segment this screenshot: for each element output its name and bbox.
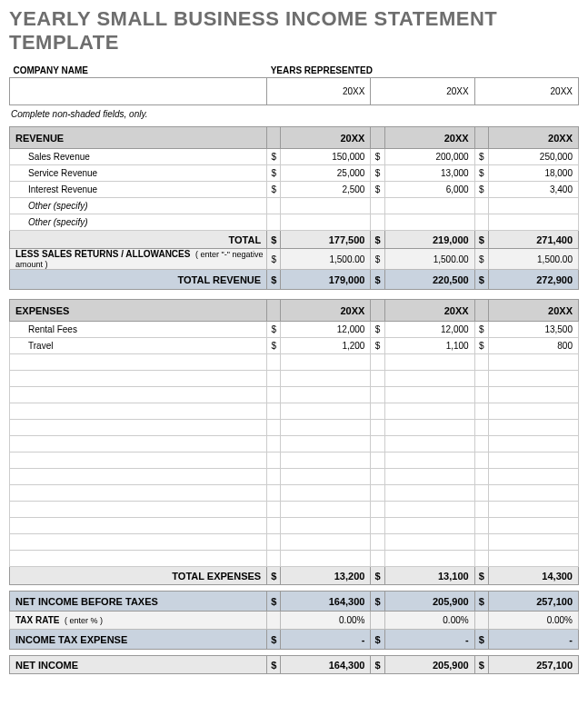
table-row[interactable] <box>10 518 579 534</box>
instruction-note: Complete non-shaded fields, only. <box>9 105 579 126</box>
net-before-taxes-row: NET INCOME BEFORE TAXES $164,300 $205,90… <box>10 592 579 612</box>
expenses-header: EXPENSES 20XX 20XX 20XX <box>10 300 579 322</box>
net-income-row: NET INCOME $164,300 $205,900 $257,100 <box>10 656 579 674</box>
net-income-table: NET INCOME $164,300 $205,900 $257,100 <box>9 655 579 674</box>
table-row[interactable]: Service Revenue$25,000$13,000$18,000 <box>10 165 579 182</box>
year1-input[interactable]: 20XX <box>267 78 371 105</box>
table-row[interactable] <box>10 469 579 485</box>
table-row[interactable] <box>10 436 579 453</box>
company-name-input[interactable] <box>10 78 267 105</box>
revenue-header: REVENUE 20XX 20XX 20XX <box>10 127 579 149</box>
less-returns-row[interactable]: LESS SALES RETURNS / ALLOWANCES ( enter … <box>10 249 579 270</box>
table-row[interactable] <box>10 354 579 371</box>
table-row[interactable]: Sales Revenue$150,000$200,000$250,000 <box>10 149 579 165</box>
company-name-label: COMPANY NAME <box>10 64 267 78</box>
header-table: COMPANY NAME YEARS REPRESENTED 20XX 20XX… <box>9 64 579 105</box>
total-revenue-row: TOTAL REVENUE $179,000 $220,500 $272,900 <box>10 270 579 290</box>
table-row[interactable]: Other (specify) <box>10 214 579 231</box>
year2-input[interactable]: 20XX <box>371 78 474 105</box>
revenue-table: REVENUE 20XX 20XX 20XX Sales Revenue$150… <box>9 126 579 290</box>
table-row[interactable]: Interest Revenue$2,500$6,000$3,400 <box>10 182 579 198</box>
table-row[interactable] <box>10 403 579 420</box>
year3-input[interactable]: 20XX <box>474 78 578 105</box>
table-row[interactable] <box>10 453 579 469</box>
years-represented-label: YEARS REPRESENTED <box>267 64 579 78</box>
table-row[interactable]: Travel$1,200$1,100$800 <box>10 338 579 354</box>
total-expenses-row: TOTAL EXPENSES $13,200 $13,100 $14,300 <box>10 567 579 585</box>
table-row[interactable] <box>10 387 579 403</box>
table-row[interactable]: Other (specify) <box>10 198 579 214</box>
table-row[interactable] <box>10 534 579 551</box>
table-row[interactable] <box>10 502 579 518</box>
summary-table: NET INCOME BEFORE TAXES $164,300 $205,90… <box>9 591 579 650</box>
table-row[interactable] <box>10 485 579 502</box>
table-row[interactable] <box>10 371 579 387</box>
table-row[interactable] <box>10 420 579 436</box>
tax-rate-row[interactable]: TAX RATE ( enter % ) 0.00% 0.00% 0.00% <box>10 612 579 630</box>
table-row[interactable] <box>10 551 579 567</box>
table-row[interactable]: Rental Fees$12,000$12,000$13,500 <box>10 322 579 338</box>
page-title: YEARLY SMALL BUSINESS INCOME STATEMENT T… <box>9 7 579 55</box>
income-tax-expense-row: INCOME TAX EXPENSE $- $- $- <box>10 630 579 650</box>
expenses-table: EXPENSES 20XX 20XX 20XX Rental Fees$12,0… <box>9 299 579 585</box>
revenue-total-row: TOTAL $177,500 $219,000 $271,400 <box>10 231 579 249</box>
